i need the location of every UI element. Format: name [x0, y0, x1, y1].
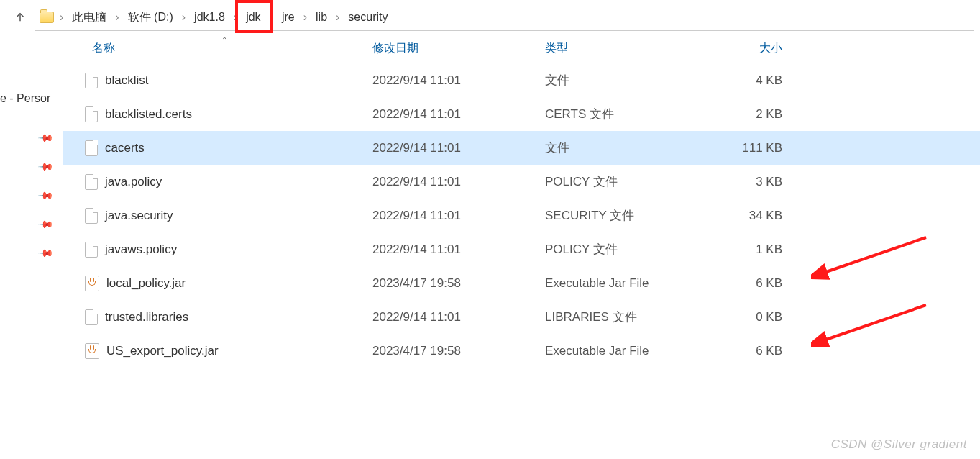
- file-name: US_export_policy.jar: [106, 344, 219, 358]
- pin-icon: 📌: [37, 186, 54, 203]
- file-row[interactable]: local_policy.jar2023/4/17 19:58Executabl…: [63, 266, 980, 300]
- file-type: SECURITY 文件: [545, 207, 696, 224]
- address-bar-region: › 此电脑›软件 (D:)›jdk1.8›jdk›jre›lib›securit…: [0, 0, 980, 35]
- file-type: LIBRARIES 文件: [545, 309, 696, 325]
- file-name: cacerts: [105, 141, 145, 155]
- file-row[interactable]: blacklisted.certs2022/9/14 11:01CERTS 文件…: [63, 97, 980, 131]
- breadcrumb-item[interactable]: jre: [279, 9, 298, 25]
- file-size: 6 KB: [696, 276, 797, 291]
- file-row[interactable]: java.policy2022/9/14 11:01POLICY 文件3 KB: [63, 165, 980, 199]
- file-row[interactable]: cacerts2022/9/14 11:01文件111 KB: [63, 131, 980, 165]
- file-row[interactable]: blacklist2022/9/14 11:01文件4 KB: [63, 63, 980, 97]
- file-date: 2022/9/14 11:01: [372, 73, 545, 88]
- file-type: POLICY 文件: [545, 241, 696, 258]
- jar-file-icon: [85, 276, 99, 291]
- pinned-item[interactable]: 📌: [0, 123, 63, 152]
- generic-file-icon: [85, 242, 98, 258]
- breadcrumb-bar[interactable]: › 此电脑›软件 (D:)›jdk1.8›jdk›jre›lib›securit…: [35, 4, 974, 31]
- file-name: local_policy.jar: [106, 276, 186, 291]
- file-size: 34 KB: [696, 209, 797, 223]
- breadcrumb-item[interactable]: jdk1.8: [191, 9, 228, 25]
- chevron-right-icon[interactable]: ›: [114, 11, 120, 24]
- breadcrumb-item[interactable]: 软件 (D:): [125, 9, 176, 27]
- generic-file-icon: [85, 106, 98, 122]
- generic-file-icon: [85, 309, 98, 325]
- generic-file-icon: [85, 140, 98, 156]
- pinned-item[interactable]: 📌: [0, 181, 63, 209]
- file-date: 2022/9/14 11:01: [372, 107, 545, 122]
- generic-file-icon: [85, 73, 98, 88]
- file-name: javaws.policy: [105, 242, 177, 257]
- file-type: Executable Jar File: [545, 344, 696, 358]
- column-header-name[interactable]: 名称: [63, 41, 372, 56]
- file-date: 2022/9/14 11:01: [372, 310, 545, 324]
- chevron-right-icon[interactable]: ›: [302, 11, 308, 24]
- file-date: 2022/9/14 11:01: [372, 175, 545, 189]
- pinned-item[interactable]: 📌: [0, 209, 63, 238]
- watermark-text: CSDN @Silver gradient: [831, 437, 967, 452]
- file-name: blacklisted.certs: [105, 107, 192, 122]
- sidebar-divider: [0, 114, 63, 114]
- file-row[interactable]: US_export_policy.jar2023/4/17 19:58Execu…: [63, 334, 980, 368]
- jar-file-icon: [85, 343, 99, 359]
- file-name: trusted.libraries: [105, 310, 188, 324]
- file-name: java.security: [105, 209, 173, 223]
- file-row[interactable]: trusted.libraries2022/9/14 11:01LIBRARIE…: [63, 300, 980, 334]
- pin-icon: 📌: [37, 215, 54, 232]
- file-size: 1 KB: [696, 242, 797, 257]
- pin-icon: 📌: [37, 158, 54, 174]
- file-date: 2023/4/17 19:58: [372, 276, 545, 291]
- pin-icon: 📌: [37, 129, 54, 145]
- sort-indicator-icon: ⌃: [221, 36, 227, 44]
- navigation-sidebar: e - Persor 📌📌📌📌📌: [0, 35, 63, 459]
- generic-file-icon: [85, 174, 98, 190]
- folder-icon: [40, 12, 54, 23]
- file-size: 111 KB: [696, 141, 797, 155]
- column-header-date[interactable]: 修改日期: [372, 41, 545, 56]
- file-size: 4 KB: [696, 73, 797, 88]
- file-name: java.policy: [105, 175, 162, 189]
- file-size: 0 KB: [696, 310, 797, 324]
- file-size: 6 KB: [696, 344, 797, 358]
- pinned-item[interactable]: 📌: [0, 152, 63, 181]
- file-type: POLICY 文件: [545, 173, 696, 190]
- breadcrumb-item[interactable]: lib: [313, 9, 330, 25]
- sidebar-item-label[interactable]: e - Persor: [0, 92, 63, 105]
- file-date: 2022/9/14 11:01: [372, 242, 545, 257]
- breadcrumb-item[interactable]: security: [345, 9, 390, 25]
- file-row[interactable]: javaws.policy2022/9/14 11:01POLICY 文件1 K…: [63, 232, 980, 266]
- pin-icon: 📌: [37, 244, 54, 260]
- file-row[interactable]: java.security2022/9/14 11:01SECURITY 文件3…: [63, 199, 980, 232]
- chevron-right-icon[interactable]: ›: [268, 11, 275, 24]
- breadcrumb-item[interactable]: 此电脑: [69, 9, 109, 27]
- file-type: CERTS 文件: [545, 106, 696, 122]
- pinned-item[interactable]: 📌: [0, 238, 63, 267]
- file-date: 2023/4/17 19:58: [372, 344, 545, 358]
- chevron-right-icon: ›: [58, 11, 65, 24]
- file-size: 2 KB: [696, 107, 797, 122]
- column-header-size[interactable]: 大小: [696, 41, 797, 56]
- file-name: blacklist: [105, 73, 148, 88]
- up-one-level-button[interactable]: [6, 3, 35, 32]
- file-type: 文件: [545, 72, 696, 88]
- file-size: 3 KB: [696, 175, 797, 189]
- breadcrumb-item[interactable]: jdk: [243, 9, 263, 25]
- chevron-right-icon[interactable]: ›: [334, 11, 341, 24]
- chevron-right-icon[interactable]: ›: [232, 11, 239, 24]
- column-header-type[interactable]: 类型: [545, 41, 696, 56]
- file-list-pane: ⌃ 名称 修改日期 类型 大小 blacklist2022/9/14 11:01…: [63, 35, 980, 459]
- file-type: Executable Jar File: [545, 276, 696, 291]
- file-type: 文件: [545, 140, 696, 156]
- file-date: 2022/9/14 11:01: [372, 209, 545, 223]
- file-date: 2022/9/14 11:01: [372, 141, 545, 155]
- column-headers: ⌃ 名称 修改日期 类型 大小: [63, 35, 980, 63]
- generic-file-icon: [85, 208, 98, 224]
- chevron-right-icon[interactable]: ›: [180, 11, 187, 24]
